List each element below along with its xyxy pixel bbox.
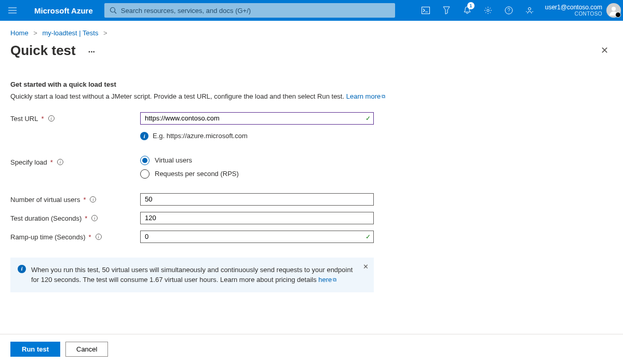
page-title: Quick test [10,43,76,59]
user-tenant: CONTOSO [545,11,602,17]
num-users-input[interactable] [140,193,374,206]
label-num-users: Number of virtual users * i [10,193,140,204]
info-solid-icon: i [140,132,148,140]
user-email: user1@contoso.com [545,4,602,11]
required-indicator: * [85,214,87,222]
svg-point-5 [612,7,616,11]
radio-button-icon [140,156,150,165]
user-text: user1@contoso.com CONTOSO [545,4,602,17]
test-url-input[interactable] [140,112,374,125]
external-link-icon: ⧉ [333,277,336,282]
cloud-shell-icon [422,7,430,14]
info-icon[interactable]: i [48,115,55,122]
specify-load-radio-group: Virtual users Requests per second (RPS) [140,156,374,179]
required-indicator: * [83,196,86,204]
row-rampup: Ramp-up time (Seconds) * i ✓ [10,231,405,243]
row-num-users: Number of virtual users * i [10,193,405,206]
radio-rps[interactable]: Requests per second (RPS) [140,169,374,179]
info-solid-icon: i [18,265,26,273]
info-icon[interactable]: i [91,215,98,221]
settings-button[interactable] [478,0,498,21]
label-test-url: Test URL * i [10,112,140,123]
info-icon[interactable]: i [90,196,96,203]
callout-close-button[interactable]: ✕ [363,262,369,272]
svg-point-4 [528,8,531,10]
svg-point-0 [110,8,115,12]
callout-text: When you run this test, 50 virtual users… [31,266,353,284]
radio-virtual-users[interactable]: Virtual users [140,156,374,165]
required-indicator: * [50,158,53,166]
close-button[interactable]: ✕ [597,41,613,60]
test-url-hint: E.g. https://azure.microsoft.com [153,132,248,140]
valid-check-icon: ✓ [365,115,371,122]
svg-rect-1 [422,7,429,14]
help-icon [505,6,513,15]
label-specify-load: Specify load * i [10,156,140,166]
breadcrumb: Home > my-loadtest | Tests > [0,21,623,40]
feedback-icon [525,6,534,15]
section-desc-text: Quickly start a load test without a JMet… [10,92,346,100]
learn-more-link[interactable]: Learn more⧉ [346,92,385,100]
filter-icon [443,6,450,15]
svg-point-2 [487,9,489,11]
valid-check-icon: ✓ [365,233,371,240]
account-button[interactable]: user1@contoso.com CONTOSO [540,3,623,18]
title-row: Quick test ··· ✕ [0,40,623,67]
global-search[interactable] [104,3,395,18]
more-actions-button[interactable]: ··· [83,43,100,61]
cloud-shell-button[interactable] [415,0,436,21]
crumb-sep-2: > [100,29,111,37]
label-rampup: Ramp-up time (Seconds) * i [10,231,140,241]
label-duration: Test duration (Seconds) * i [10,212,140,222]
directories-button[interactable] [436,0,457,21]
form-area: Get started with a quick load test Quick… [0,67,415,292]
info-icon[interactable]: i [57,159,63,165]
test-url-hint-row: i E.g. https://azure.microsoft.com [10,132,405,140]
pricing-here-link[interactable]: here⧉ [318,276,336,284]
hamburger-icon [8,7,17,14]
brand-label: Microsoft Azure [23,6,104,15]
external-link-icon: ⧉ [382,93,385,99]
radio-label: Requests per second (RPS) [155,170,239,178]
duration-input[interactable] [140,212,374,224]
crumb-home[interactable]: Home [10,29,29,37]
header-toolbar: 1 user1@contoso.com CONTOSO [415,0,623,21]
notification-badge: 1 [467,2,475,9]
info-icon[interactable]: i [96,234,102,240]
row-test-url: Test URL * i ✓ [10,112,405,125]
rampup-input[interactable] [140,231,374,243]
info-callout: i ✕ When you run this test, 50 virtual u… [10,258,374,292]
required-indicator: * [41,115,44,123]
avatar [606,3,621,18]
required-indicator: * [89,233,91,241]
row-duration: Test duration (Seconds) * i [10,212,405,224]
person-icon [608,5,619,16]
gear-icon [484,6,492,15]
radio-button-icon [140,169,150,179]
radio-label: Virtual users [155,156,192,164]
global-search-input[interactable] [121,7,390,15]
notifications-button[interactable]: 1 [457,0,478,21]
feedback-button[interactable] [519,0,540,21]
search-icon [110,7,117,14]
cancel-button[interactable]: Cancel [65,342,108,357]
help-button[interactable] [498,0,519,21]
row-specify-load: Specify load * i Virtual users Requests … [10,156,405,179]
section-heading: Get started with a quick load test [10,80,405,88]
top-header: Microsoft Azure 1 [0,0,623,21]
run-test-button[interactable]: Run test [10,342,60,357]
footer-bar: Run test Cancel [0,334,623,364]
crumb-resource[interactable]: my-loadtest | Tests [43,29,99,37]
hamburger-menu-button[interactable] [2,0,23,21]
crumb-sep: > [30,29,40,37]
section-desc: Quickly start a load test without a JMet… [10,91,405,102]
